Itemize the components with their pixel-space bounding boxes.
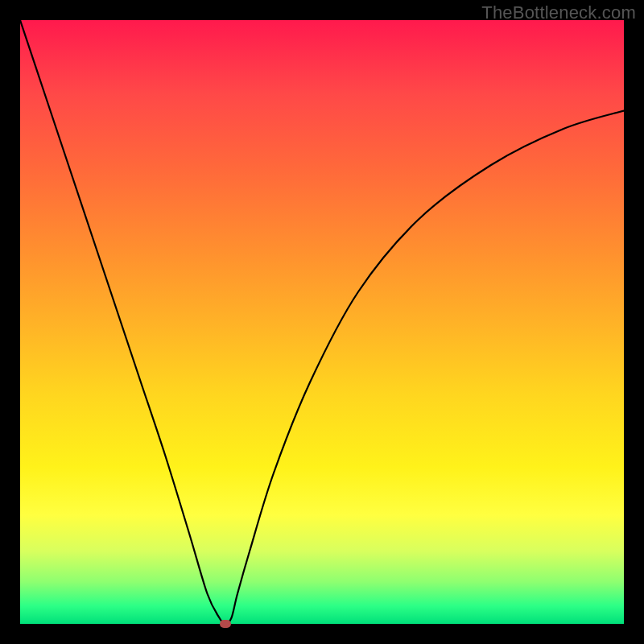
plot-area — [20, 20, 624, 624]
watermark-text: TheBottleneck.com — [481, 2, 636, 23]
chart-frame: TheBottleneck.com — [0, 0, 644, 644]
bottleneck-curve — [20, 20, 624, 624]
optimum-marker — [220, 620, 231, 628]
